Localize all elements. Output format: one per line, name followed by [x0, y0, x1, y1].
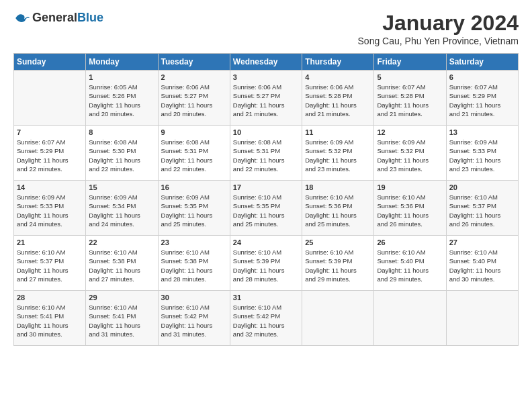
logo-bird-icon	[13, 11, 30, 25]
day-info: Sunrise: 6:08 AMSunset: 5:31 PMDaylight:…	[233, 138, 299, 173]
day-info-line: Daylight: 11 hours	[305, 211, 371, 220]
calendar-cell: 9Sunrise: 6:08 AMSunset: 5:31 PMDaylight…	[158, 126, 230, 181]
day-info-line: and 30 minutes.	[449, 275, 515, 283]
day-info-line: and 29 minutes.	[305, 275, 371, 283]
day-number: 11	[305, 128, 371, 136]
day-info-line: and 20 minutes.	[89, 109, 154, 118]
day-info-line: and 20 minutes.	[161, 109, 227, 118]
day-info: Sunrise: 6:09 AMSunset: 5:32 PMDaylight:…	[377, 138, 443, 173]
day-info-line: Sunrise: 6:10 AM	[305, 193, 371, 201]
day-number: 12	[377, 128, 443, 136]
day-number: 4	[305, 73, 371, 81]
page: GeneralBlue January 2024 Song Cau, Phu Y…	[0, 0, 532, 411]
calendar-week-row: 7Sunrise: 6:07 AMSunset: 5:29 PMDaylight…	[14, 126, 519, 181]
day-number: 22	[89, 238, 154, 246]
day-info: Sunrise: 6:09 AMSunset: 5:34 PMDaylight:…	[89, 193, 154, 228]
day-info-line: Sunset: 5:32 PM	[377, 146, 443, 155]
day-number: 28	[17, 293, 83, 302]
calendar-cell: 24Sunrise: 6:10 AMSunset: 5:39 PMDayligh…	[230, 236, 302, 291]
day-info-line: Sunset: 5:42 PM	[233, 312, 299, 320]
day-info-line: Sunset: 5:41 PM	[17, 312, 83, 320]
day-info-line: and 29 minutes.	[377, 275, 443, 283]
day-info: Sunrise: 6:07 AMSunset: 5:29 PMDaylight:…	[17, 138, 83, 173]
day-info-line: Sunrise: 6:10 AM	[233, 303, 299, 312]
day-info-line: Sunrise: 6:09 AM	[305, 138, 371, 146]
day-info: Sunrise: 6:10 AMSunset: 5:37 PMDaylight:…	[17, 248, 83, 283]
day-info-line: Sunset: 5:35 PM	[233, 201, 299, 210]
day-info-line: Daylight: 11 hours	[161, 211, 227, 220]
day-info-line: Sunset: 5:33 PM	[17, 201, 83, 210]
day-info-line: Daylight: 11 hours	[377, 211, 443, 220]
day-info-line: Sunset: 5:36 PM	[305, 201, 371, 210]
day-info-line: Daylight: 11 hours	[161, 266, 227, 275]
day-info-line: Sunrise: 6:07 AM	[377, 83, 443, 91]
calendar-cell: 27Sunrise: 6:10 AMSunset: 5:40 PMDayligh…	[446, 236, 518, 291]
day-info-line: Daylight: 11 hours	[449, 211, 515, 220]
header-friday: Friday	[374, 54, 446, 71]
day-info-line: Daylight: 11 hours	[449, 156, 515, 165]
day-info-line: Sunset: 5:40 PM	[449, 257, 515, 265]
day-info-line: Sunset: 5:29 PM	[449, 91, 515, 100]
day-info-line: and 28 minutes.	[161, 275, 227, 283]
day-info-line: Sunset: 5:37 PM	[17, 257, 83, 265]
day-info-line: and 28 minutes.	[233, 275, 299, 283]
day-info-line: Daylight: 11 hours	[89, 211, 154, 220]
calendar-week-row: 28Sunrise: 6:10 AMSunset: 5:41 PMDayligh…	[14, 291, 519, 346]
day-number: 6	[449, 73, 515, 81]
day-info-line: Sunset: 5:29 PM	[17, 146, 83, 155]
day-info-line: Sunrise: 6:08 AM	[233, 138, 299, 146]
day-number: 3	[233, 73, 299, 81]
day-info-line: Sunset: 5:34 PM	[89, 201, 154, 210]
calendar-cell: 31Sunrise: 6:10 AMSunset: 5:42 PMDayligh…	[230, 291, 302, 346]
calendar-cell: 7Sunrise: 6:07 AMSunset: 5:29 PMDaylight…	[14, 126, 86, 181]
day-number: 2	[161, 73, 227, 81]
calendar-cell: 29Sunrise: 6:10 AMSunset: 5:41 PMDayligh…	[86, 291, 158, 346]
day-info-line: Sunset: 5:42 PM	[161, 312, 227, 320]
calendar-cell: 4Sunrise: 6:06 AMSunset: 5:28 PMDaylight…	[302, 71, 374, 126]
day-info-line: and 21 minutes.	[449, 109, 515, 118]
day-info-line: and 25 minutes.	[161, 220, 227, 228]
calendar-table: SundayMondayTuesdayWednesdayThursdayFrid…	[13, 53, 519, 346]
day-info-line: Sunrise: 6:10 AM	[233, 248, 299, 257]
calendar-cell: 26Sunrise: 6:10 AMSunset: 5:40 PMDayligh…	[374, 236, 446, 291]
day-info-line: Sunset: 5:26 PM	[89, 91, 154, 100]
day-info: Sunrise: 6:06 AMSunset: 5:28 PMDaylight:…	[305, 83, 371, 118]
day-info: Sunrise: 6:10 AMSunset: 5:40 PMDaylight:…	[449, 248, 515, 283]
calendar-cell: 22Sunrise: 6:10 AMSunset: 5:38 PMDayligh…	[86, 236, 158, 291]
day-info-line: Sunrise: 6:06 AM	[305, 83, 371, 91]
day-info-line: Daylight: 11 hours	[17, 211, 83, 220]
calendar-cell: 30Sunrise: 6:10 AMSunset: 5:42 PMDayligh…	[158, 291, 230, 346]
day-info: Sunrise: 6:06 AMSunset: 5:27 PMDaylight:…	[161, 83, 227, 118]
header-wednesday: Wednesday	[230, 54, 302, 71]
calendar-cell: 5Sunrise: 6:07 AMSunset: 5:28 PMDaylight…	[374, 71, 446, 126]
header-monday: Monday	[86, 54, 158, 71]
day-number: 24	[233, 238, 299, 246]
calendar-cell: 3Sunrise: 6:06 AMSunset: 5:27 PMDaylight…	[230, 71, 302, 126]
calendar-cell: 2Sunrise: 6:06 AMSunset: 5:27 PMDaylight…	[158, 71, 230, 126]
day-info-line: Sunrise: 6:10 AM	[161, 303, 227, 312]
day-number: 21	[17, 238, 83, 246]
day-number: 10	[233, 128, 299, 136]
day-info-line: Sunrise: 6:09 AM	[377, 138, 443, 146]
day-info-line: and 22 minutes.	[17, 165, 83, 173]
day-info-line: and 22 minutes.	[233, 165, 299, 173]
day-info-line: Daylight: 11 hours	[377, 101, 443, 109]
day-info-line: Daylight: 11 hours	[233, 321, 299, 330]
day-info: Sunrise: 6:10 AMSunset: 5:42 PMDaylight:…	[233, 303, 299, 338]
calendar-cell: 1Sunrise: 6:05 AMSunset: 5:26 PMDaylight…	[86, 71, 158, 126]
day-info: Sunrise: 6:07 AMSunset: 5:29 PMDaylight:…	[449, 83, 515, 118]
day-info: Sunrise: 6:10 AMSunset: 5:41 PMDaylight:…	[17, 303, 83, 338]
day-info: Sunrise: 6:08 AMSunset: 5:30 PMDaylight:…	[89, 138, 154, 173]
calendar-cell: 17Sunrise: 6:10 AMSunset: 5:35 PMDayligh…	[230, 181, 302, 236]
calendar-cell: 15Sunrise: 6:09 AMSunset: 5:34 PMDayligh…	[86, 181, 158, 236]
day-info: Sunrise: 6:09 AMSunset: 5:33 PMDaylight:…	[449, 138, 515, 173]
day-info-line: Sunset: 5:36 PM	[377, 201, 443, 210]
day-info: Sunrise: 6:05 AMSunset: 5:26 PMDaylight:…	[89, 83, 154, 118]
day-info-line: Sunrise: 6:08 AM	[89, 138, 154, 146]
day-info-line: and 30 minutes.	[17, 330, 83, 338]
day-info-line: Sunrise: 6:10 AM	[377, 248, 443, 257]
logo-blue: Blue	[77, 11, 103, 24]
day-info-line: Sunrise: 6:09 AM	[17, 193, 83, 201]
day-info-line: Sunset: 5:40 PM	[377, 257, 443, 265]
day-number: 27	[449, 238, 515, 246]
